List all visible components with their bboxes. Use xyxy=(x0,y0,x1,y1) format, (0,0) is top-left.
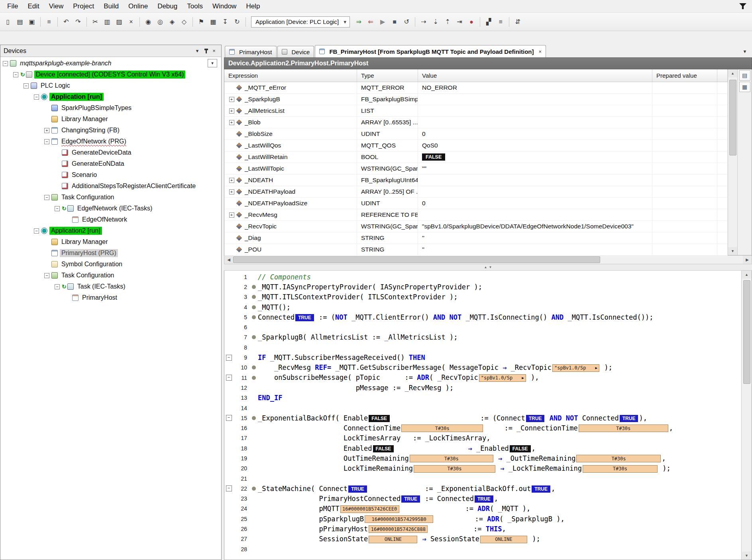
tree-item[interactable]: PrimaryHost (PRG) xyxy=(0,248,221,259)
code-line[interactable]: 28 xyxy=(224,544,741,554)
tree-item[interactable]: GenerateDeviceData xyxy=(0,147,221,158)
tab-fb_primaryhost[interactable]: FB_PrimaryHost [From SparkplugB MQTT Top… xyxy=(315,45,546,57)
code-line[interactable]: 17 LockTimesArray := _LockTimesArray, xyxy=(224,433,741,443)
watch-row[interactable]: _DiagSTRING'' xyxy=(224,232,728,244)
watch-row[interactable]: +_NDEATHPayloadARRAY [0..255] OF ... xyxy=(224,186,728,198)
print-button[interactable]: ≡ xyxy=(43,16,55,28)
tree-expander-icon[interactable]: − xyxy=(34,94,39,100)
scrollbar-thumb[interactable] xyxy=(233,256,600,263)
scroll-up-icon[interactable]: ▲ xyxy=(728,69,737,77)
cut-button[interactable]: ✂ xyxy=(90,16,101,28)
scroll-down-icon[interactable]: ▼ xyxy=(742,552,752,560)
paste-button[interactable]: ▨ xyxy=(114,16,125,28)
code-line[interactable]: 15_ExponentialBackOff( EnableFALSE := (C… xyxy=(224,413,741,423)
tree-expander-icon[interactable]: − xyxy=(3,61,8,66)
code-line[interactable]: 16 ConnectionTimeT#30s := _ConnectionTim… xyxy=(224,423,741,433)
menu-debug[interactable]: Debug xyxy=(153,0,182,13)
tree-item[interactable]: −Task Configuration xyxy=(0,270,221,281)
watch-prepared-value[interactable] xyxy=(652,128,717,140)
menu-help[interactable]: Help xyxy=(241,0,265,13)
tab-primaryhost[interactable]: PrimaryHost xyxy=(225,46,277,57)
watch-list-button[interactable]: ≡ xyxy=(495,16,506,28)
menu-file[interactable]: File xyxy=(2,0,23,13)
code-line[interactable]: 2_MQTT.IASyncPropertyProvider( IASyncPro… xyxy=(224,282,741,292)
filter-icon[interactable] xyxy=(739,3,746,9)
tree-item[interactable]: −mqttsparkplugb-example-branch▾ xyxy=(0,58,221,69)
watch-vertical-scrollbar[interactable]: ▲ ▼ xyxy=(728,69,737,255)
tree-item[interactable]: Library Manager xyxy=(0,114,221,125)
inline-value-box[interactable]: T#30s xyxy=(583,465,658,473)
inline-value-box[interactable]: T#30s xyxy=(414,465,495,473)
device-selector-dropdown[interactable]: ▾ xyxy=(208,59,217,67)
watch-prepared-value[interactable] xyxy=(652,221,717,232)
code-line[interactable]: 20 LockTimeRemainingT#30s ⇒ _LockTimeRem… xyxy=(224,464,741,474)
redo-button[interactable]: ↷ xyxy=(73,16,84,28)
column-header-expression[interactable]: Expression xyxy=(224,69,357,82)
inline-value-box[interactable]: 16#000001B5742995B0 xyxy=(365,515,433,523)
textual-view-button[interactable]: ▦ xyxy=(739,82,750,92)
code-line[interactable]: 13END_IF xyxy=(224,393,741,403)
fold-icon[interactable] xyxy=(224,415,233,421)
row-expander-icon[interactable]: + xyxy=(228,178,235,183)
scrollbar-thumb[interactable] xyxy=(729,80,736,155)
menu-online[interactable]: Online xyxy=(124,0,153,13)
expand-arrow-icon[interactable]: ▶ xyxy=(595,366,597,370)
inline-value-box[interactable]: "spBv1.0/Sp▶ xyxy=(479,374,526,382)
code-line[interactable]: 7_SparkplugB( AllmetricsList := _AllMetr… xyxy=(224,332,741,342)
watch-row[interactable]: _RecvTopicWSTRING(GC_Spark..."spBv1.0/Sp… xyxy=(224,221,728,232)
tree-item[interactable]: GenerateEoNData xyxy=(0,158,221,169)
watch-prepared-value[interactable] xyxy=(652,244,717,255)
code-line[interactable]: 14 xyxy=(224,403,741,413)
watch-row[interactable]: _LastWillTopicWSTRING(GC_Spark..."" xyxy=(224,163,728,175)
step-into-button[interactable]: ⇣ xyxy=(430,16,441,28)
watch-horizontal-scrollbar[interactable]: ◀ ▶ xyxy=(224,255,752,264)
column-header-value[interactable]: Value xyxy=(418,69,652,82)
tree-item[interactable]: SparkPlugBSimpleTypes xyxy=(0,102,221,114)
watch-row[interactable]: _LastWillRetainBOOLFALSE xyxy=(224,151,728,163)
find-replace-button[interactable]: ◎ xyxy=(155,16,166,28)
delete-button[interactable]: × xyxy=(126,16,137,28)
watch-row[interactable]: _BlobSizeUDINT0 xyxy=(224,128,728,140)
tree-expander-icon[interactable]: − xyxy=(55,284,60,289)
tree-item[interactable]: EdgeOfNetwork xyxy=(0,214,221,225)
inline-value-box[interactable]: ONLINE xyxy=(480,536,527,543)
tree-expander-icon[interactable]: − xyxy=(13,72,18,77)
tree-item[interactable]: −EdgeOfNetwork (PRG) xyxy=(0,136,221,147)
expand-icon[interactable]: + xyxy=(229,212,234,218)
inline-value-box[interactable]: T#30s xyxy=(576,455,661,462)
tree-expander-icon[interactable]: − xyxy=(34,228,39,234)
expand-icon[interactable]: + xyxy=(229,97,234,102)
row-expander-icon[interactable]: + xyxy=(228,212,235,218)
tree-expander-icon[interactable]: + xyxy=(44,128,49,133)
tree-item[interactable]: −Application2 [run] xyxy=(0,225,221,236)
code-line[interactable]: 23 PrimaryHostConnectedTRUE := Connected… xyxy=(224,494,741,504)
code-line[interactable]: 8 xyxy=(224,342,741,352)
code-line[interactable]: 12 pMessage := _RecvMesg ); xyxy=(224,383,741,393)
expand-icon[interactable]: + xyxy=(229,189,234,195)
code-line[interactable]: 9IF _MQTT.SubscriberMessageReceived() TH… xyxy=(224,352,741,362)
tree-item[interactable]: −Application [run] xyxy=(0,91,221,102)
watch-prepared-value[interactable] xyxy=(652,94,717,105)
new-file-button[interactable]: ▯ xyxy=(2,16,14,28)
code-line[interactable]: 11 onSubscribeMessage( pTopic := ADR( _R… xyxy=(224,373,741,383)
menu-tools[interactable]: Tools xyxy=(182,0,208,13)
step-over-button[interactable]: ⇢ xyxy=(418,16,429,28)
watch-prepared-value[interactable] xyxy=(652,186,717,198)
panel-menu-icon[interactable]: ▾ xyxy=(193,47,201,55)
fold-icon[interactable] xyxy=(224,355,233,361)
watch-prepared-value[interactable] xyxy=(652,117,717,128)
menu-project[interactable]: Project xyxy=(68,0,99,13)
fold-icon[interactable] xyxy=(224,375,233,381)
expand-icon[interactable]: + xyxy=(229,108,234,114)
display-mode-button[interactable]: ▞ xyxy=(483,16,494,28)
row-expander-icon[interactable]: + xyxy=(228,97,235,102)
code-line[interactable]: 1// Components xyxy=(224,272,741,282)
active-application-combo[interactable]: Application [Device: PLC Logic]▼ xyxy=(251,16,350,28)
row-expander-icon[interactable]: + xyxy=(228,189,235,195)
inline-value-box[interactable]: 16#000001B57426CEE0 xyxy=(340,505,399,513)
code-line[interactable]: 25 pSparkplugB16#000001B5742995B0 := ADR… xyxy=(224,514,741,524)
save-button[interactable]: ▣ xyxy=(26,16,37,28)
watch-prepared-value[interactable] xyxy=(652,209,717,221)
scrollbar-thumb[interactable] xyxy=(743,280,750,384)
tree-expander-icon[interactable]: − xyxy=(44,273,49,278)
